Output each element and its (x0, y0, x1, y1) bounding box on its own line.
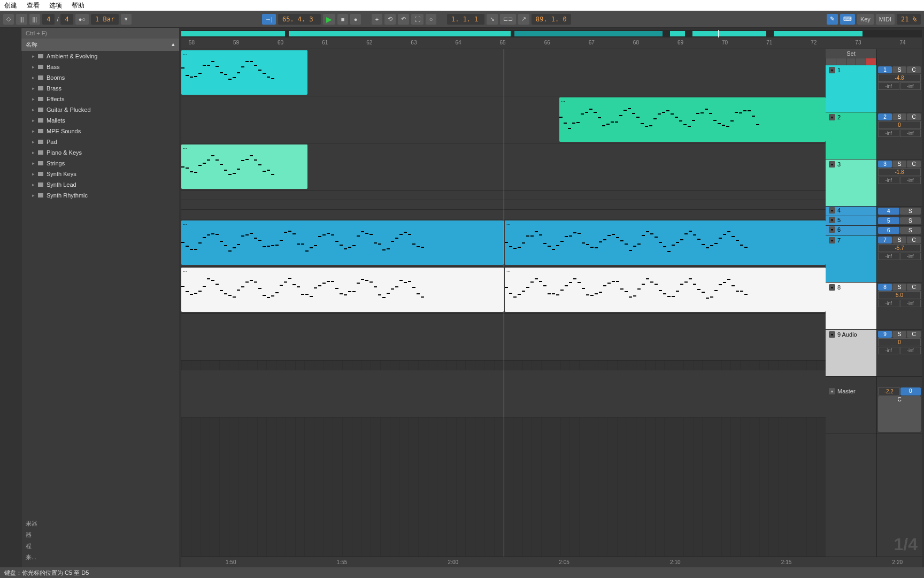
lock-icon[interactable] (866, 58, 876, 65)
send-b[interactable]: -inf (900, 82, 921, 90)
track-header[interactable]: ▾8 (826, 283, 876, 330)
solo-button[interactable]: S (892, 237, 906, 244)
draw[interactable] (856, 58, 866, 65)
solo-button[interactable]: S (892, 113, 906, 120)
key-map[interactable]: Key (857, 14, 874, 25)
fold-button[interactable]: ▾ (829, 67, 835, 73)
send-a[interactable]: -inf (878, 130, 899, 137)
side-link[interactable]: 器 (26, 529, 175, 541)
track-header[interactable]: ▾1 (826, 65, 876, 112)
browser-item[interactable]: Ambient & Evolving (21, 51, 179, 62)
solo-button[interactable]: S (900, 227, 921, 234)
metronome-toggle[interactable]: ●○ (75, 14, 89, 25)
track-header[interactable]: ▾5 (826, 216, 876, 226)
song-position[interactable]: 65. 4. 3 (278, 14, 321, 25)
track-activator[interactable]: 3 (878, 161, 892, 168)
send-b[interactable]: -inf (900, 130, 921, 137)
quantize-dropdown[interactable]: ▾ (121, 14, 132, 25)
loop-start[interactable]: 1. 1. 1 (447, 14, 484, 25)
track-activator[interactable]: 4 (878, 208, 899, 215)
follow-button[interactable]: →| (262, 14, 276, 25)
solo-button[interactable]: S (892, 66, 906, 73)
midi-clip[interactable]: ... (505, 220, 826, 265)
fold-button[interactable]: ▾ (829, 226, 835, 233)
track-activator[interactable]: 9 (878, 331, 892, 338)
punch-out[interactable]: ↗ (518, 14, 529, 25)
browser-item[interactable]: Piano & Keys (21, 147, 179, 158)
reenable-auto[interactable]: ↶ (398, 14, 409, 25)
midi-map[interactable]: MIDI (876, 14, 895, 25)
midi-clip[interactable]: ... (181, 268, 504, 312)
c-button[interactable]: C (907, 113, 921, 120)
midi-clip[interactable]: ... (181, 220, 504, 265)
overdub-button[interactable]: + (372, 14, 382, 25)
browser-item[interactable]: Booms (21, 72, 179, 83)
metronome-button[interactable]: ||| (29, 14, 41, 25)
track-activator[interactable]: 2 (878, 113, 892, 120)
midi-clip[interactable]: ... (181, 144, 307, 189)
fold-button[interactable]: ▾ (829, 207, 835, 214)
fold-button[interactable]: ▾ (829, 331, 835, 338)
automation-arm[interactable]: ⟲ (384, 14, 396, 25)
send-b[interactable]: -inf (900, 253, 921, 260)
send-a[interactable]: -inf (878, 347, 899, 354)
volume-value[interactable]: -5.7 (878, 244, 921, 252)
c-button[interactable]: C (907, 284, 921, 291)
browser-item[interactable]: Pad (21, 136, 179, 147)
browser-item[interactable]: Effects (21, 94, 179, 104)
solo-button[interactable]: S (900, 217, 921, 224)
solo-button[interactable]: S (892, 161, 906, 168)
browser-item[interactable]: Synth Rhythmic (21, 190, 179, 201)
time-ruler[interactable]: 1:501:552:002:052:102:152:20 (181, 557, 922, 567)
track-activator[interactable]: 6 (878, 227, 899, 234)
side-link[interactable]: 来... (26, 552, 175, 563)
master-header[interactable]: ▾Master (826, 386, 876, 434)
track-header[interactable]: ▾6 (826, 226, 876, 235)
c-button[interactable]: C (907, 237, 921, 244)
menu-options[interactable]: 选项 (49, 1, 62, 10)
track-header[interactable]: ▾4 (826, 207, 876, 216)
solo-button[interactable]: S (892, 284, 906, 291)
volume-value[interactable]: -1.8 (878, 168, 921, 176)
c-button[interactable]: C (907, 331, 921, 338)
forward[interactable] (836, 58, 846, 65)
browser-column-header[interactable]: 名称▴ (21, 39, 179, 51)
fold-button[interactable]: ▾ (829, 388, 835, 394)
midi-clip[interactable]: ... (559, 97, 826, 142)
track-activator[interactable]: 1 (878, 66, 892, 73)
search-input[interactable]: Ctrl + F) (21, 28, 179, 39)
time-sig-num[interactable]: 4 (42, 14, 55, 25)
quantize-select[interactable]: 1 Bar (91, 14, 119, 25)
browser-item[interactable]: Guitar & Plucked (21, 104, 179, 115)
play-button[interactable]: ▶ (323, 14, 335, 25)
browser-item[interactable]: Mallets (21, 115, 179, 126)
send-b[interactable]: -inf (900, 177, 921, 184)
menu-create[interactable]: 创建 (4, 1, 17, 10)
loop-end[interactable]: 89. 1. 0 (532, 14, 571, 25)
browser-item[interactable]: Synth Keys (21, 169, 179, 179)
side-link[interactable]: 果器 (26, 518, 175, 529)
browser-item[interactable]: Strings (21, 158, 179, 169)
midi-clip[interactable]: ... (181, 50, 307, 95)
playhead[interactable] (504, 49, 504, 557)
browser-item[interactable]: Brass (21, 83, 179, 94)
volume-value[interactable]: 0 (878, 338, 921, 346)
master-c[interactable]: C (878, 396, 921, 432)
capture-button[interactable]: ⛶ (411, 14, 424, 25)
send-b[interactable]: -inf (900, 300, 921, 307)
fold-button[interactable]: ▾ (829, 217, 835, 223)
track-header[interactable]: ▾9 Audio (826, 330, 876, 377)
track-activator[interactable]: 8 (878, 284, 892, 291)
midi-clip[interactable]: ... (505, 268, 826, 312)
send-a[interactable]: -inf (878, 300, 899, 307)
fold-button[interactable]: ▾ (829, 114, 835, 120)
computer-midi[interactable]: ⌨ (840, 14, 855, 25)
volume-value[interactable]: 0 (878, 121, 921, 129)
side-link[interactable]: 程 (26, 541, 175, 552)
send-a[interactable]: -inf (878, 177, 899, 184)
record-button[interactable]: ● (350, 14, 361, 25)
stop-button[interactable]: ■ (337, 14, 348, 25)
send-a[interactable]: -inf (878, 82, 899, 90)
c-button[interactable]: C (907, 66, 921, 73)
time-sig-den[interactable]: 4 (60, 14, 73, 25)
